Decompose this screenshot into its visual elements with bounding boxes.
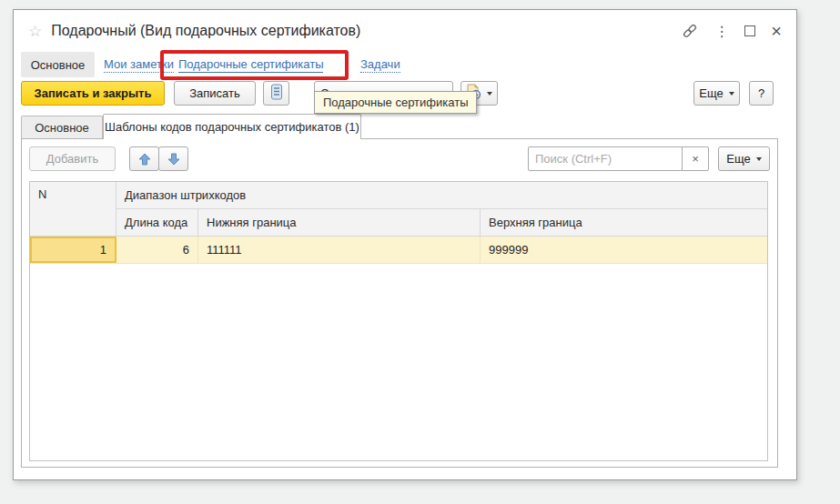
more-button-list[interactable]: Еще <box>718 146 770 171</box>
gift-certificate-type-window: ☆ Подарочный (Вид подарочных сертификато… <box>13 9 797 480</box>
column-group-header-barcode-range[interactable]: Диапазон штрихкодов <box>116 182 767 209</box>
search-clear-button[interactable]: × <box>682 146 709 171</box>
add-row-button[interactable]: Добавить <box>29 146 116 171</box>
titlebar: ☆ Подарочный (Вид подарочных сертификато… <box>14 10 796 52</box>
column-header-lower-bound[interactable]: Нижняя граница <box>198 209 481 237</box>
tab-main[interactable]: Основное <box>21 116 103 139</box>
desktop-background: ☆ Подарочный (Вид подарочных сертификато… <box>0 0 840 504</box>
lower-bound-cell[interactable]: 111111 <box>198 237 481 263</box>
code-templates-panel: Добавить × Еще N Диап <box>21 138 778 468</box>
window-menu-icon[interactable]: ⋮ <box>714 23 729 40</box>
row-number-cell[interactable]: 1 <box>30 237 116 263</box>
window-title: Подарочный (Вид подарочных сертификатов) <box>51 23 360 39</box>
code-length-cell[interactable]: 6 <box>116 237 198 263</box>
tab-code-templates[interactable]: Шаблоны кодов подарочных сертификатов (1… <box>103 114 361 139</box>
move-down-button[interactable] <box>158 146 188 171</box>
arrow-down-icon <box>167 153 180 166</box>
subordination-structure-button[interactable] <box>263 81 289 106</box>
nav-item-tasks[interactable]: Задачи <box>360 52 400 77</box>
close-icon[interactable]: × <box>771 22 782 40</box>
table-row[interactable]: 1 6 111111 999999 <box>30 237 767 264</box>
upper-bound-cell[interactable]: 999999 <box>481 237 767 263</box>
save-and-close-button[interactable]: Записать и закрыть <box>21 81 165 106</box>
help-button[interactable]: ? <box>749 81 774 106</box>
dropdown-caret-icon <box>487 92 492 96</box>
search-group: × <box>528 146 709 171</box>
save-button[interactable]: Записать <box>174 81 256 106</box>
search-input[interactable] <box>528 146 683 171</box>
column-header-n[interactable]: N <box>30 182 116 237</box>
move-up-button[interactable] <box>129 146 159 171</box>
list-stack-icon <box>270 84 283 103</box>
column-header-code-length[interactable]: Длина кода <box>116 209 198 237</box>
more-button-top[interactable]: Еще <box>693 81 740 106</box>
nav-item-main[interactable]: Основное <box>21 52 95 77</box>
maximize-icon[interactable] <box>744 25 755 36</box>
column-header-upper-bound[interactable]: Верхняя граница <box>481 209 767 237</box>
arrow-up-icon <box>138 153 151 166</box>
nav-item-gift-certificates[interactable]: Подарочные сертификаты <box>178 52 323 77</box>
titlebar-controls: ⋮ × <box>681 22 782 40</box>
gift-certificates-tooltip: Подарочные сертификаты <box>314 91 477 114</box>
nav-item-my-notes[interactable]: Мои заметки <box>104 52 174 77</box>
favorite-star-icon[interactable]: ☆ <box>28 22 42 41</box>
dropdown-caret-icon <box>756 157 762 161</box>
code-templates-table: N Диапазон штрихкодов Длина кода Нижняя … <box>29 181 768 461</box>
copy-link-icon[interactable] <box>681 22 699 40</box>
dropdown-caret-icon <box>729 92 734 96</box>
